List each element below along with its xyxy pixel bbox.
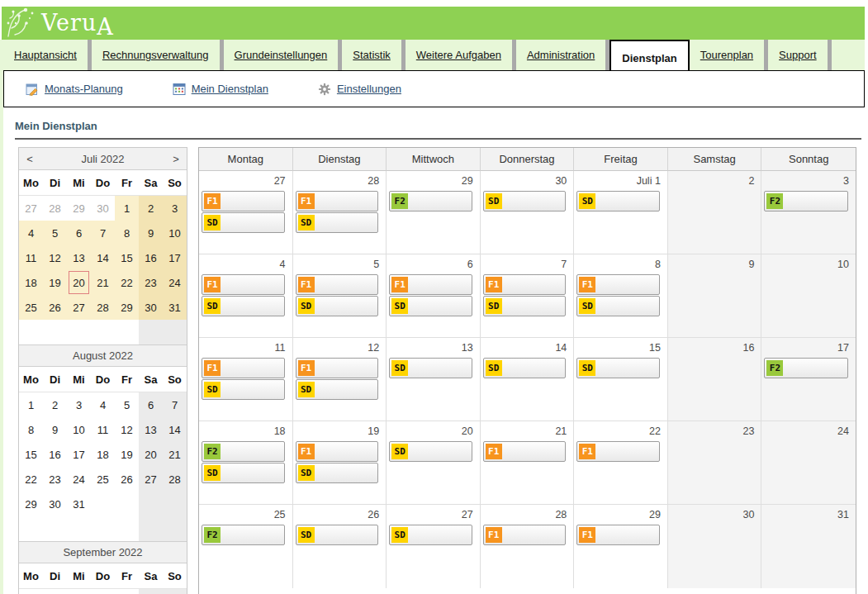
mini-day-cell[interactable]: 6: [67, 221, 91, 245]
toolbar-item-einstellungen[interactable]: Einstellungen: [318, 83, 401, 96]
day-cell[interactable]: 12F1SD: [293, 338, 387, 421]
mini-day-cell[interactable]: 11: [91, 417, 115, 442]
mini-day-cell[interactable]: 7: [163, 392, 187, 417]
tab-statistik[interactable]: Statistik: [342, 40, 406, 70]
mini-day-cell[interactable]: 17: [67, 442, 91, 467]
day-cell[interactable]: 28F1: [481, 505, 575, 588]
mini-day-cell[interactable]: 1: [91, 589, 115, 594]
mini-day-cell[interactable]: 19: [43, 270, 67, 295]
mini-day-cell[interactable]: 19: [115, 442, 139, 467]
tab-rechnungsverwaltung[interactable]: Rechnungsverwaltung: [92, 40, 224, 70]
mini-day-cell[interactable]: 16: [139, 245, 163, 270]
shift-entry[interactable]: SD: [296, 525, 379, 545]
shift-entry[interactable]: F2: [389, 191, 472, 211]
shift-entry[interactable]: F1: [296, 441, 379, 462]
mini-day-cell[interactable]: 6: [139, 392, 163, 417]
tab-grundeinstellungen[interactable]: Grundeinstellungen: [224, 40, 343, 70]
shift-entry[interactable]: SD: [389, 296, 472, 316]
mini-day-cell[interactable]: 26: [115, 467, 139, 492]
mini-day-cell[interactable]: 24: [67, 467, 91, 492]
mini-day-cell[interactable]: 23: [43, 467, 67, 492]
shift-entry[interactable]: F1: [483, 525, 567, 545]
mini-day-cell[interactable]: 9: [43, 417, 67, 442]
day-cell[interactable]: 29F2: [387, 171, 481, 254]
shift-entry[interactable]: SD: [389, 358, 472, 378]
mini-day-cell[interactable]: 18: [19, 270, 43, 295]
tab-support[interactable]: Support: [768, 40, 832, 70]
shift-entry[interactable]: SD: [202, 212, 285, 233]
next-month-button[interactable]: >: [165, 153, 187, 165]
shift-entry[interactable]: F2: [764, 358, 848, 378]
shift-entry[interactable]: SD: [576, 191, 660, 211]
shift-entry[interactable]: F2: [202, 525, 285, 545]
mini-day-cell[interactable]: 21: [163, 442, 187, 467]
mini-day-cell[interactable]: 1: [115, 196, 139, 221]
shift-entry[interactable]: SD: [483, 191, 567, 211]
day-cell[interactable]: 14SD: [481, 338, 575, 421]
day-cell[interactable]: 5F1SD: [293, 254, 387, 338]
tab-tourenplan[interactable]: Tourenplan: [690, 40, 768, 70]
mini-day-cell[interactable]: 31: [67, 492, 91, 516]
shift-entry[interactable]: SD: [576, 296, 660, 316]
mini-day-cell[interactable]: 14: [163, 417, 187, 442]
mini-day-cell[interactable]: 17: [163, 245, 187, 270]
shift-entry[interactable]: F1: [296, 191, 379, 211]
shift-entry[interactable]: F1: [296, 358, 379, 378]
shift-entry[interactable]: SD: [483, 358, 567, 378]
mini-day-cell[interactable]: 22: [19, 467, 43, 492]
mini-day-cell[interactable]: 8: [19, 417, 43, 442]
day-cell[interactable]: 25F2: [199, 505, 293, 588]
mini-day-cell[interactable]: 10: [163, 221, 187, 245]
day-cell[interactable]: 26SD: [293, 505, 387, 588]
mini-day-cell[interactable]: 5: [43, 221, 67, 245]
mini-day-cell[interactable]: 15: [19, 442, 43, 467]
day-cell[interactable]: 28F1SD: [293, 171, 387, 254]
shift-entry[interactable]: SD: [296, 379, 379, 400]
day-cell[interactable]: 4F1SD: [199, 254, 293, 338]
mini-day-cell[interactable]: 27: [19, 196, 43, 221]
shift-entry[interactable]: F1: [296, 274, 379, 295]
toolbar-item-mein-dienstplan[interactable]: Mein Dienstplan: [173, 83, 268, 96]
day-cell[interactable]: 23: [668, 421, 762, 505]
tab-administration[interactable]: Administration: [516, 40, 609, 70]
toolbar-link-mein-dienstplan[interactable]: Mein Dienstplan: [192, 83, 268, 95]
day-cell[interactable]: 6F1SD: [387, 254, 481, 338]
day-cell[interactable]: 30SD: [481, 171, 575, 254]
shift-entry[interactable]: F1: [483, 441, 567, 462]
day-cell[interactable]: 13SD: [387, 338, 481, 421]
mini-day-cell[interactable]: 21: [91, 270, 115, 295]
shift-entry[interactable]: F1: [389, 274, 472, 295]
mini-day-cell[interactable]: 4: [163, 589, 187, 594]
day-cell[interactable]: 16: [668, 338, 762, 421]
day-cell[interactable]: 21F1: [481, 421, 575, 505]
mini-day-cell[interactable]: 29: [19, 492, 43, 516]
shift-entry[interactable]: SD: [202, 296, 285, 316]
mini-day-cell[interactable]: 2: [139, 196, 163, 221]
mini-day-cell[interactable]: 3: [67, 392, 91, 417]
day-cell[interactable]: 27F1SD: [199, 171, 293, 254]
day-cell[interactable]: 31: [761, 505, 856, 588]
mini-day-cell[interactable]: 30: [43, 492, 67, 516]
day-cell[interactable]: 3F2: [761, 171, 856, 254]
shift-entry[interactable]: F1: [576, 441, 660, 462]
mini-day-cell[interactable]: 14: [91, 245, 115, 270]
mini-day-cell[interactable]: 25: [91, 467, 115, 492]
mini-day-cell[interactable]: 12: [115, 417, 139, 442]
toolbar-item-monats-planung[interactable]: Monats-Planung: [26, 83, 123, 96]
mini-day-cell[interactable]: 3: [139, 589, 163, 594]
day-cell[interactable]: 18F2SD: [199, 421, 293, 505]
day-cell[interactable]: 30: [668, 505, 762, 588]
mini-day-cell[interactable]: 29: [67, 196, 91, 221]
day-cell[interactable]: 22F1: [574, 421, 668, 505]
mini-day-cell[interactable]: 2: [115, 589, 139, 594]
mini-day-cell[interactable]: 2: [43, 392, 67, 417]
shift-entry[interactable]: F1: [483, 274, 567, 295]
shift-entry[interactable]: F1: [202, 191, 285, 211]
mini-day-cell[interactable]: 7: [91, 221, 115, 245]
shift-entry[interactable]: F1: [202, 358, 285, 378]
mini-day-cell[interactable]: 1: [19, 392, 43, 417]
mini-day-cell[interactable]: 9: [139, 221, 163, 245]
mini-day-cell[interactable]: 27: [67, 295, 91, 320]
mini-day-cell[interactable]: 11: [19, 245, 43, 270]
mini-day-cell[interactable]: 28: [163, 467, 187, 492]
